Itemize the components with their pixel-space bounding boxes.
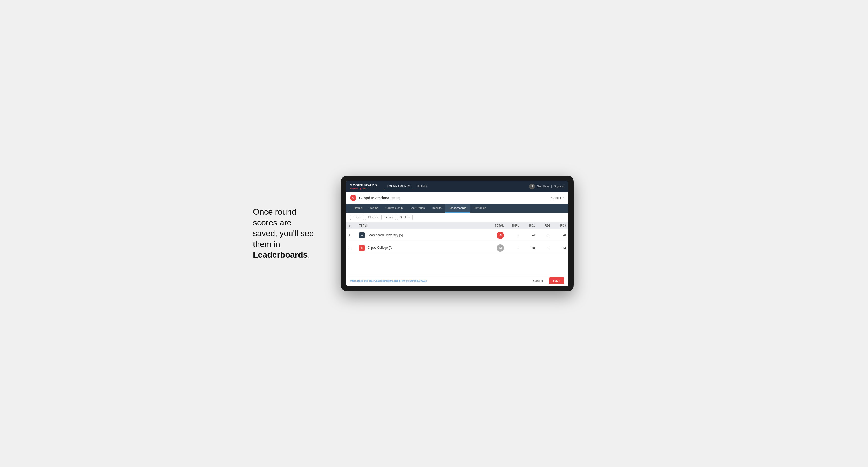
tablet-device: SCOREBOARD Powered by clippd TOURNAMENTS… <box>341 176 574 291</box>
row2-rd2: -8 <box>537 242 553 254</box>
leaderboard-table: # TEAM TOTAL THRU RD1 RD2 RD3 1 <box>346 222 568 275</box>
nav-tournaments[interactable]: TOURNAMENTS <box>384 184 413 189</box>
row2-team: C Clippd College [A] <box>356 242 486 254</box>
row1-team: SB Scoreboard University [A] <box>356 229 486 242</box>
sub-tab-players[interactable]: Players <box>365 215 380 220</box>
sub-tab-navigation: Teams Players Scores Strokes <box>346 213 568 222</box>
tab-results[interactable]: Results <box>428 204 445 213</box>
table-row: 2 C Clippd College [A] +3 F +8 -8 +3 <box>346 242 568 254</box>
sub-tab-scores[interactable]: Scores <box>381 215 396 220</box>
row2-rd1: +8 <box>522 242 537 254</box>
user-name: Test User <box>537 185 549 188</box>
sub-tab-teams[interactable]: Teams <box>350 215 364 220</box>
nav-teams[interactable]: TEAMS <box>414 184 429 189</box>
row2-team-logo: C <box>359 245 365 251</box>
row2-thru: F <box>506 242 522 254</box>
tournament-header: C Clippd Invitational (Men) Cancel × <box>346 192 568 204</box>
sidebar-text-line3: saved, you'll see <box>253 228 314 238</box>
logo-area: SCOREBOARD Powered by clippd <box>350 183 377 190</box>
tablet-screen: SCOREBOARD Powered by clippd TOURNAMENTS… <box>346 181 568 286</box>
top-navigation: SCOREBOARD Powered by clippd TOURNAMENTS… <box>346 181 568 192</box>
row1-rank: 1 <box>346 229 356 242</box>
tab-teams[interactable]: Teams <box>366 204 382 213</box>
spacer-row <box>346 254 568 275</box>
sidebar-description: Once round scores are saved, you'll see … <box>253 207 326 260</box>
row2-rd3: +3 <box>553 242 568 254</box>
col-thru: THRU <box>506 222 522 229</box>
tab-tee-groups[interactable]: Tee Groups <box>406 204 428 213</box>
tournament-name: Clippd Invitational <box>359 196 390 200</box>
tab-course-setup[interactable]: Course Setup <box>382 204 406 213</box>
logo-title: SCOREBOARD <box>350 183 377 187</box>
col-total: TOTAL <box>486 222 506 229</box>
row1-rd2: +5 <box>537 229 553 242</box>
row1-score-badge: -5 <box>497 232 504 239</box>
sign-out-link[interactable]: Sign out <box>554 185 564 188</box>
row2-team-name: Clippd College [A] <box>368 246 392 250</box>
row1-team-logo: SB <box>359 232 365 238</box>
save-button[interactable]: Save <box>549 277 564 284</box>
row1-rd1: -4 <box>522 229 537 242</box>
tab-navigation: Details Teams Course Setup Tee Groups Re… <box>346 204 568 213</box>
row1-thru: F <box>506 229 522 242</box>
col-rd2: RD2 <box>537 222 553 229</box>
sidebar-text-bold: Leaderboards <box>253 250 308 259</box>
col-rank: # <box>346 222 356 229</box>
sidebar-text-line4: them in <box>253 240 280 249</box>
tab-details[interactable]: Details <box>350 204 366 213</box>
tournament-logo: C <box>350 195 356 201</box>
sidebar-text-line2: scores are <box>253 218 291 227</box>
nav-links: TOURNAMENTS TEAMS <box>384 184 524 189</box>
table-body: 1 SB Scoreboard University [A] -5 F -4 +… <box>346 229 568 275</box>
row2-rank: 2 <box>346 242 356 254</box>
col-rd3: RD3 <box>553 222 568 229</box>
col-team: TEAM <box>356 222 486 229</box>
table-header: # TEAM TOTAL THRU RD1 RD2 RD3 <box>346 222 568 229</box>
tab-printables[interactable]: Printables <box>470 204 490 213</box>
tab-leaderboards[interactable]: Leaderboards <box>445 204 470 213</box>
table-row: 1 SB Scoreboard University [A] -5 F -4 +… <box>346 229 568 242</box>
sub-tab-strokes[interactable]: Strokes <box>397 215 412 220</box>
row1-rd3: -6 <box>553 229 568 242</box>
pipe-separator: | <box>551 185 552 188</box>
row1-team-name: Scoreboard University [A] <box>368 233 403 237</box>
sidebar-text-line1: Once round <box>253 207 296 216</box>
cancel-button[interactable]: Cancel <box>529 277 546 284</box>
sidebar-text-end: . <box>308 250 310 259</box>
row2-score-badge: +3 <box>497 244 504 252</box>
row2-total: +3 <box>486 242 506 254</box>
nav-right: S Test User | Sign out <box>529 184 564 189</box>
user-avatar: S <box>529 184 535 189</box>
logo-subtitle: Powered by clippd <box>350 187 377 190</box>
tournament-cancel-button[interactable]: Cancel × <box>551 196 564 199</box>
row1-total: -5 <box>486 229 506 242</box>
leaderboard-table-container: # TEAM TOTAL THRU RD1 RD2 RD3 1 <box>346 222 568 275</box>
tournament-gender: (Men) <box>392 196 400 199</box>
col-rd1: RD1 <box>522 222 537 229</box>
footer-url: https://stage-blue-coach.stagescoreboard… <box>350 280 527 282</box>
footer: https://stage-blue-coach.stagescoreboard… <box>346 275 568 286</box>
